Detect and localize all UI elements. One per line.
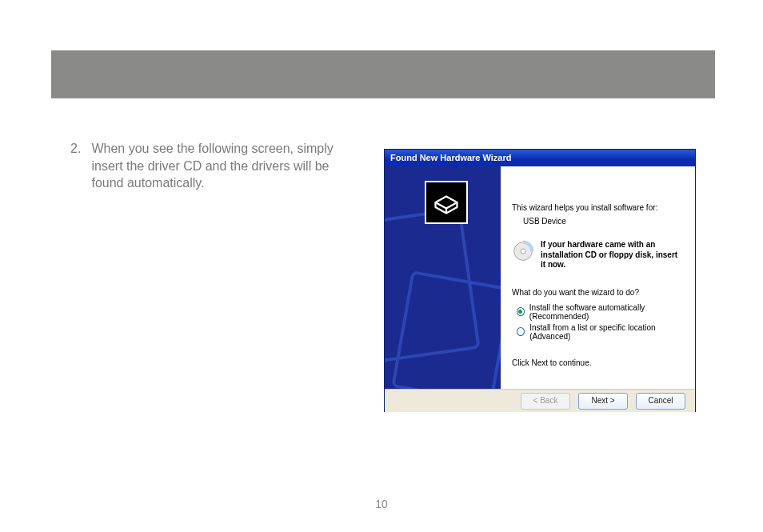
cd-icon [512,240,534,262]
option-auto[interactable]: Install the software automatically (Reco… [517,303,684,321]
option-label: Install the software automatically (Reco… [529,303,684,321]
instruction-step: 2. When you see the following screen, si… [70,140,350,192]
cancel-button[interactable]: Cancel [636,393,685,410]
wizard-option-group: Install the software automatically (Reco… [517,303,684,341]
wizard-side-graphic [385,166,501,389]
back-button[interactable]: < Back [521,393,570,410]
cd-hint-text: If your hardware came with an installati… [541,240,684,270]
next-button[interactable]: Next > [578,393,628,410]
instruction-text: When you see the following screen, simpl… [91,140,347,192]
wizard-device-name: USB Device [523,217,684,226]
wizard-titlebar: Found New Hardware Wizard [385,150,695,166]
wizard-next-note: Click Next to continue. [512,358,684,367]
wizard-intro: This wizard helps you install software f… [512,203,684,212]
option-specific[interactable]: Install from a list or specific location… [517,323,684,341]
hardware-icon [425,181,468,224]
radio-icon [517,307,525,316]
wizard-footer: < Back Next > Cancel [385,389,695,412]
header-bar [51,50,715,98]
page-number: 10 [0,498,763,510]
radio-icon [517,327,525,336]
hardware-wizard-dialog: Found New Hardware Wizard This wizard he… [384,149,696,412]
instruction-number: 2. [70,140,88,158]
wizard-content: This wizard helps you install software f… [501,166,695,389]
option-label: Install from a list or specific location… [529,323,684,341]
svg-point-1 [521,249,525,254]
wizard-prompt: What do you want the wizard to do? [512,288,684,297]
